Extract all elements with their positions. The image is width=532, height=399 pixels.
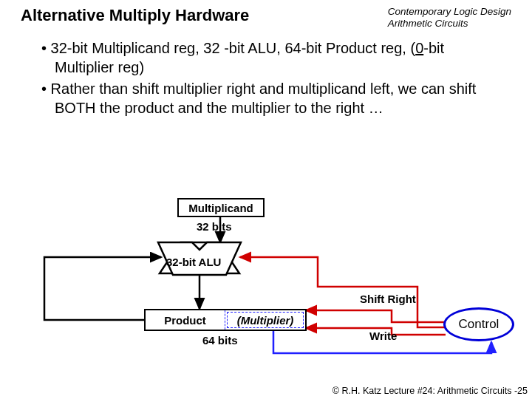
bullet-1-pre: 32-bit Multiplicand reg, 32 -bit ALU, 64… <box>51 40 416 56</box>
alu-label: 32-bit ALU <box>166 256 221 268</box>
bullet-list: • 32-bit Multiplicand reg, 32 -bit ALU, … <box>0 29 532 117</box>
course-header: Contemporary Logic Design Arithmetic Cir… <box>388 6 511 29</box>
bullet-2: • Rather than shift multiplier right and… <box>41 80 505 117</box>
course-line-1: Contemporary Logic Design <box>388 6 511 18</box>
product-half: Product <box>146 310 225 330</box>
bullet-1: • 32-bit Multiplicand reg, 32 -bit ALU, … <box>41 39 505 77</box>
product-register: Product (Multiplier) <box>144 309 307 331</box>
label-64-bits: 64 bits <box>202 334 238 347</box>
bullet-1-underline: 0 <box>415 40 423 56</box>
wires-svg <box>0 198 532 368</box>
multiplier-half: (Multiplier) <box>225 310 305 330</box>
block-diagram: Multiplicand 32 bits 32-bit ALU Product … <box>0 198 532 368</box>
footer-credits: © R.H. Katz Lecture #24: Arithmetic Circ… <box>332 386 528 396</box>
course-line-2: Arithmetic Circuits <box>388 18 511 30</box>
multiplicand-box: Multiplicand <box>177 198 265 217</box>
label-write: Write <box>369 330 397 342</box>
bullet-2-text: Rather than shift multiplier right and m… <box>51 81 477 116</box>
label-32-bits-top: 32 bits <box>197 220 232 233</box>
slide-title: Alternative Multiply Hardware <box>21 6 249 25</box>
label-shift-right: Shift Right <box>360 293 416 305</box>
control-oval: Control <box>443 307 514 341</box>
